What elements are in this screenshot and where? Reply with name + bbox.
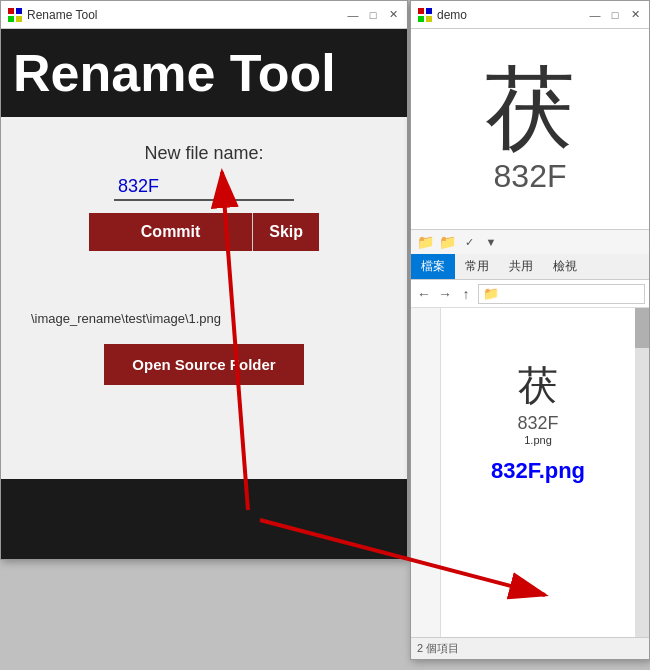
skip-button[interactable]: Skip: [252, 213, 319, 251]
file-original-name: 1.png: [524, 434, 552, 446]
file-content-area: 茯 832F 1.png 832F.png: [441, 308, 635, 637]
open-source-folder-button[interactable]: Open Source Folder: [104, 344, 303, 385]
svg-rect-3: [16, 16, 22, 22]
svg-rect-5: [426, 8, 432, 14]
file-thumbnail: 茯 832F 1.png: [517, 358, 558, 446]
rename-body: New file name: Commit Skip \image_rename…: [1, 117, 407, 405]
file-thumb-label: 832F: [517, 413, 558, 434]
toolbar-folder-icon[interactable]: 📁: [415, 233, 435, 251]
tab-view[interactable]: 檢視: [543, 254, 587, 279]
forward-arrow[interactable]: →: [436, 286, 454, 302]
rename-window-title: Rename Tool: [27, 8, 98, 22]
new-file-label: New file name:: [144, 143, 263, 164]
status-bar: 2 個項目: [411, 637, 649, 659]
minimize-button[interactable]: —: [345, 7, 361, 23]
rename-header-banner: Rename Tool: [1, 29, 407, 117]
demo-minimize-button[interactable]: —: [587, 7, 603, 23]
address-bar[interactable]: 📁: [478, 284, 645, 304]
file-path-label: \image_rename\test\image\1.png: [31, 311, 221, 326]
demo-titlebar: demo — □ ✕: [411, 1, 649, 29]
file-new-name: 832F.png: [491, 458, 585, 484]
status-text: 2 個項目: [417, 641, 459, 656]
demo-image-area: 茯 832F: [411, 29, 649, 229]
demo-close-button[interactable]: ✕: [627, 7, 643, 23]
kanji-label: 832F: [494, 158, 567, 195]
tab-share[interactable]: 共用: [499, 254, 543, 279]
app-icon: [7, 7, 23, 23]
rename-titlebar: Rename Tool — □ ✕: [1, 1, 407, 29]
rename-bottom-area: [1, 479, 407, 559]
kanji-character: 茯: [485, 64, 575, 154]
svg-rect-1: [16, 8, 22, 14]
file-thumb-kanji: 茯: [518, 358, 558, 413]
toolbar-dropdown-icon[interactable]: ▼: [481, 233, 501, 251]
toolbar-checkmark-icon[interactable]: ✓: [459, 233, 479, 251]
svg-rect-6: [418, 16, 424, 22]
commit-button[interactable]: Commit: [89, 213, 252, 251]
toolbar-folder2-icon[interactable]: 📁: [437, 233, 457, 251]
back-arrow[interactable]: ←: [415, 286, 433, 302]
demo-titlebar-left: demo: [417, 7, 467, 23]
ribbon-toolbar: 📁 📁 ✓ ▼: [411, 230, 649, 254]
rename-tool-window: Rename Tool — □ ✕ Rename Tool New file n…: [0, 0, 408, 560]
titlebar-left: Rename Tool: [7, 7, 98, 23]
demo-app-icon: [417, 7, 433, 23]
nav-folder-icon: 📁: [483, 286, 499, 301]
tab-common[interactable]: 常用: [455, 254, 499, 279]
demo-window: demo — □ ✕ 茯 832F 📁 📁 ✓ ▼ 檔案 常用 共用 檢視 ← …: [410, 0, 650, 660]
sidebar-nav: [411, 308, 441, 637]
ribbon-tabs: 檔案 常用 共用 檢視: [411, 254, 649, 280]
tab-file[interactable]: 檔案: [411, 254, 455, 279]
demo-window-title: demo: [437, 8, 467, 22]
svg-rect-7: [426, 16, 432, 22]
demo-titlebar-controls: — □ ✕: [587, 7, 643, 23]
close-button[interactable]: ✕: [385, 7, 401, 23]
titlebar-controls: — □ ✕: [345, 7, 401, 23]
vertical-scrollbar[interactable]: [635, 308, 649, 637]
maximize-button[interactable]: □: [365, 7, 381, 23]
nav-bar: ← → ↑ 📁: [411, 280, 649, 308]
file-list-area: 茯 832F 1.png 832F.png: [411, 308, 649, 637]
svg-rect-4: [418, 8, 424, 14]
svg-rect-0: [8, 8, 14, 14]
file-name-input[interactable]: [114, 174, 294, 201]
commit-skip-row: Commit Skip: [89, 213, 319, 251]
rename-header-text: Rename Tool: [13, 43, 336, 103]
scroll-thumb[interactable]: [635, 308, 649, 348]
demo-maximize-button[interactable]: □: [607, 7, 623, 23]
svg-rect-2: [8, 16, 14, 22]
up-arrow[interactable]: ↑: [457, 286, 475, 302]
ribbon-area: 📁 📁 ✓ ▼ 檔案 常用 共用 檢視: [411, 229, 649, 280]
